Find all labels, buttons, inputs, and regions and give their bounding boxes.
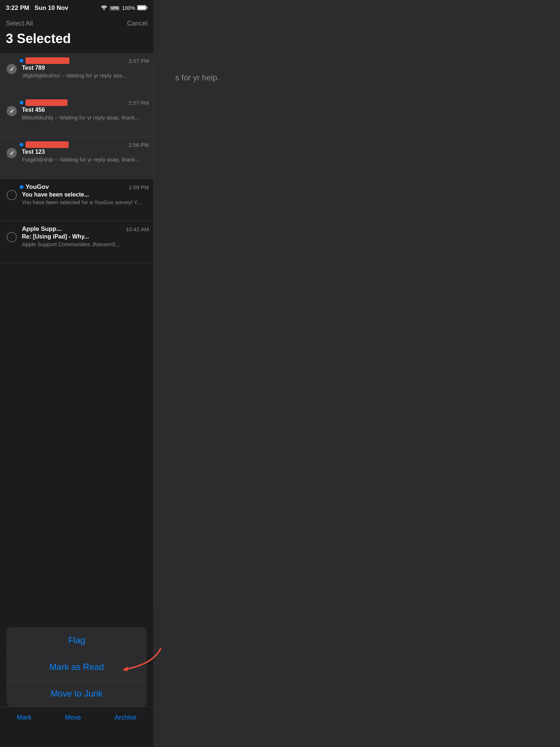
sender-name: YouGov <box>22 183 49 191</box>
svg-rect-3 <box>138 6 146 9</box>
email-time: 2:56 PM <box>129 142 149 148</box>
redacted-sender <box>26 57 69 64</box>
flag-label: Flag <box>68 635 85 645</box>
mark-as-read-action[interactable]: Mark as Read <box>7 654 147 681</box>
checkbox[interactable] <box>7 232 17 242</box>
email-item[interactable]: YouGov 1:09 PM You have been selecte... … <box>0 179 153 221</box>
email-subject: Re: [Using iPad] - Why... <box>22 233 149 240</box>
checkbox[interactable]: ✓ <box>7 106 17 116</box>
sender-name <box>22 141 69 148</box>
header-actions: Select All Cancel <box>0 16 153 29</box>
checkbox[interactable]: ✓ <box>7 148 17 158</box>
email-content: YouGov 1:09 PM You have been selecte... … <box>19 183 149 206</box>
email-preview: You have been selected for a YouGov surv… <box>22 199 149 206</box>
select-all-button[interactable]: Select All <box>6 20 33 27</box>
email-item[interactable]: ✓ 2:57 PM Test 456 Bkbukbkuhkj -- Waitin… <box>0 95 153 137</box>
checkmark-icon: ✓ <box>9 108 14 115</box>
panel-divider <box>153 58 154 606</box>
checkmark-icon: ✓ <box>9 66 14 73</box>
cancel-button[interactable]: Cancel <box>127 20 147 27</box>
email-time: 2:57 PM <box>129 100 149 106</box>
action-sheet: Flag Mark as Read Move to Junk <box>7 627 147 707</box>
email-content: 2:57 PM Test 789 Jtfgkhbjkbukhul -- Wait… <box>19 57 149 79</box>
email-item[interactable]: ✓ 2:57 PM Test 789 Jtfgkhbjkbukhul -- Wa… <box>0 53 153 95</box>
email-subject: Test 789 <box>22 65 149 71</box>
right-panel-content: s for yr help. <box>175 73 219 83</box>
email-time: 1:09 PM <box>129 184 149 190</box>
vpn-badge: VPN <box>110 6 120 11</box>
redacted-sender <box>26 141 69 148</box>
battery-icon <box>137 5 147 11</box>
toolbar-archive[interactable]: Archive <box>115 714 137 721</box>
status-right-icons: VPN 100% <box>101 5 147 11</box>
checkbox-area: ✓ <box>4 99 19 116</box>
checkbox[interactable]: ✓ <box>7 64 17 74</box>
right-panel: s for yr help. <box>153 0 560 747</box>
email-subject: Test 456 <box>22 107 149 113</box>
move-to-junk-label: Move to Junk <box>51 689 103 698</box>
battery-percent: 100% <box>122 5 135 11</box>
flag-action[interactable]: Flag <box>7 627 147 654</box>
wifi-icon <box>101 5 107 11</box>
selected-count-title: 3 Selected <box>0 29 153 50</box>
email-preview: Bkbukbkuhkj -- Waiting for yr reply asap… <box>22 114 149 121</box>
checkbox[interactable] <box>7 190 17 200</box>
checkbox-area <box>4 225 19 242</box>
email-item[interactable]: Apple Supp... 10:42 AM Re: [Using iPad] … <box>0 221 153 263</box>
redacted-sender <box>26 99 68 106</box>
sender-name <box>22 57 69 64</box>
bottom-toolbar: Mark Move Archive <box>0 707 153 747</box>
status-bar: 3:22 PM Sun 10 Nov VPN 100% <box>0 0 153 16</box>
email-header-row: 2:56 PM <box>22 141 149 148</box>
email-content: Apple Supp... 10:42 AM Re: [Using iPad] … <box>19 225 149 248</box>
email-time: 10:42 AM <box>126 226 149 232</box>
toolbar-move[interactable]: Move <box>65 714 81 721</box>
checkmark-icon: ✓ <box>9 150 14 157</box>
email-preview: Jtfgkhbjkbukhul -- Waiting for yr reply … <box>22 72 149 79</box>
email-preview: Apple Support Communities Jhansen5... <box>22 241 149 248</box>
unread-dot <box>20 185 23 189</box>
svg-rect-2 <box>146 7 147 9</box>
time-display: 3:22 PM <box>6 4 29 11</box>
unread-dot <box>20 101 23 104</box>
checkbox-area: ✓ <box>4 141 19 158</box>
status-time: 3:22 PM Sun 10 Nov <box>6 4 68 12</box>
left-panel: Select All Cancel 3 Selected ✓ 2:57 PM <box>0 0 153 747</box>
email-preview: Fuigjkhljnlnjk -- Waiting for yr reply a… <box>22 156 149 163</box>
toolbar-mark[interactable]: Mark <box>17 714 31 721</box>
email-header-row: 2:57 PM <box>22 99 149 106</box>
email-header-row: YouGov 1:09 PM <box>22 183 149 191</box>
checkbox-area <box>4 183 19 200</box>
email-header-row: Apple Supp... 10:42 AM <box>22 225 149 233</box>
email-subject: Test 123 <box>22 149 149 155</box>
svg-point-0 <box>103 9 104 10</box>
mark-as-read-label: Mark as Read <box>49 662 104 672</box>
email-time: 2:57 PM <box>129 58 149 64</box>
date-display: Sun 10 Nov <box>34 4 68 11</box>
email-header-row: 2:57 PM <box>22 57 149 64</box>
checkbox-area: ✓ <box>4 57 19 74</box>
unread-dot <box>20 59 23 62</box>
move-to-junk-action[interactable]: Move to Junk <box>7 681 147 707</box>
unread-dot <box>20 143 23 146</box>
email-content: 2:56 PM Test 123 Fuigjkhljnlnjk -- Waiti… <box>19 141 149 163</box>
email-item[interactable]: ✓ 2:56 PM Test 123 Fuigjkhljnlnjk -- Wai… <box>0 137 153 179</box>
email-content: 2:57 PM Test 456 Bkbukbkuhkj -- Waiting … <box>19 99 149 121</box>
email-subject: You have been selecte... <box>22 191 149 198</box>
sender-name: Apple Supp... <box>22 225 62 233</box>
sender-name <box>22 99 68 106</box>
